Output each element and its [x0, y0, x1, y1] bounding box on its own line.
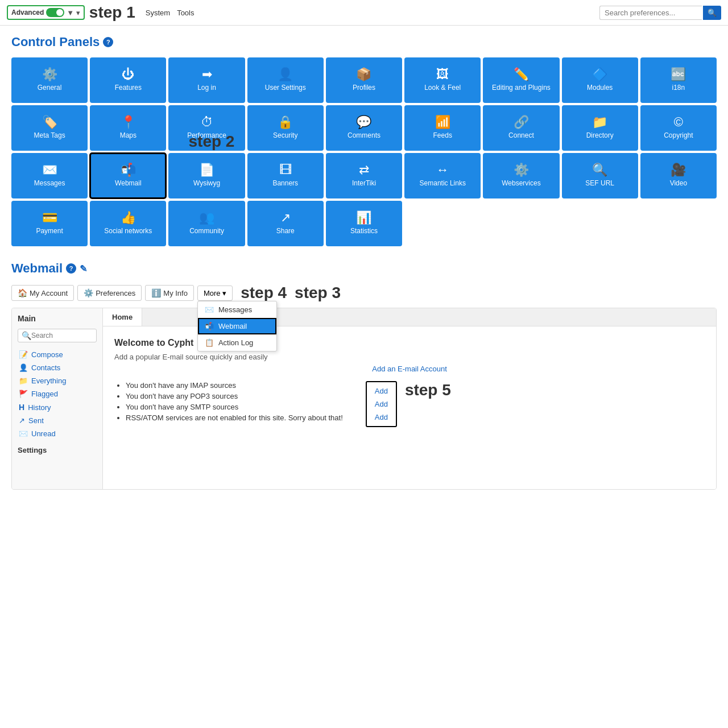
panel-tile-comments[interactable]: 💬 Comments — [326, 105, 402, 151]
search-input[interactable] — [599, 6, 702, 20]
tile-icon-payment: 💳 — [42, 212, 57, 224]
sidebar-search-input[interactable] — [31, 332, 93, 340]
webmail-content: Welcome to Cypht Add a popular E-mail so… — [103, 326, 716, 439]
tile-label-i18n: i18n — [672, 84, 685, 92]
webmail-edit-icon[interactable]: ✎ — [80, 263, 87, 274]
tile-label-user-settings: User Settings — [265, 84, 306, 92]
panel-tile-sef-url[interactable]: 🔍 SEF URL — [562, 153, 638, 198]
add-imap-btn[interactable]: Add — [373, 386, 390, 396]
list-item-smtp: You don't have any SMTP sources — [126, 403, 343, 411]
panel-tile-look-feel[interactable]: 🖼 Look & Feel — [404, 57, 481, 103]
tile-label-messages: Messages — [34, 179, 65, 187]
panel-tile-maps[interactable]: 📍 Maps — [90, 105, 166, 151]
panel-tile-community[interactable]: 👥 Community — [168, 201, 245, 246]
tile-icon-feeds: 📶 — [435, 116, 450, 129]
panel-tile-user-settings[interactable]: 👤 User Settings — [247, 57, 324, 103]
tile-label-social-networks: Social networks — [104, 227, 152, 235]
panel-tile-i18n[interactable]: 🔤 i18n — [640, 57, 717, 103]
panel-tile-directory[interactable]: 📁 Directory — [562, 105, 638, 151]
tile-icon-community: 👥 — [199, 212, 214, 224]
sidebar-sent[interactable]: ↗ Sent — [18, 414, 97, 427]
panel-tile-general[interactable]: ⚙️ General — [11, 57, 88, 103]
more-dropdown-container: More ▾ ✉️ Messages 📬 Webmail 📋 Action Lo… — [197, 286, 233, 301]
navbar: Advanced ▼ ▾ step 1 System Tools 🔍 — [0, 0, 728, 26]
advanced-label: Advanced — [11, 9, 44, 16]
panel-tile-modules[interactable]: 🔷 Modules — [562, 57, 638, 103]
tile-icon-banners: 🎞 — [279, 164, 292, 176]
panel-tile-login[interactable]: ➡ Log in — [168, 57, 245, 103]
folder-icon: 📁 — [19, 377, 28, 385]
tile-icon-general: ⚙️ — [42, 68, 57, 81]
my-account-btn[interactable]: 🏠 My Account — [11, 285, 74, 301]
panel-tile-banners[interactable]: 🎞 Banners — [247, 153, 324, 198]
panel-tile-profiles[interactable]: 📦 Profiles — [326, 57, 402, 103]
dropdown-webmail[interactable]: 📬 Webmail — [198, 318, 276, 334]
panel-tile-performance[interactable]: ⏱ Performance — [168, 105, 245, 151]
panel-tile-statistics[interactable]: 📊 Statistics — [326, 201, 402, 246]
nav-tools[interactable]: Tools — [177, 9, 194, 17]
panel-tile-meta-tags[interactable]: 🏷️ Meta Tags — [11, 105, 88, 151]
my-info-btn[interactable]: ℹ️ My Info — [145, 285, 194, 301]
step4-label: step 4 — [241, 284, 287, 302]
tab-home[interactable]: Home — [103, 308, 142, 326]
add-email-link[interactable]: Add an E-mail Account — [114, 365, 705, 373]
advanced-toggle-container[interactable]: Advanced ▼ ▾ — [7, 5, 85, 20]
toggle-switch[interactable] — [46, 8, 64, 17]
tile-icon-performance: ⏱ — [201, 116, 213, 129]
panel-tile-copyright[interactable]: ©️ Copyright — [640, 105, 717, 151]
sidebar-contacts[interactable]: 👤 Contacts — [18, 361, 97, 374]
tile-label-maps: Maps — [120, 131, 136, 139]
step1-label: step 1 — [89, 3, 135, 22]
search-button[interactable]: 🔍 — [703, 6, 721, 20]
panel-tile-messages[interactable]: ✉️ Messages — [11, 153, 88, 198]
panel-tile-feeds[interactable]: 📶 Feeds — [404, 105, 481, 151]
list-item-rss: RSS/ATOM services are not enabled for th… — [126, 413, 343, 422]
dropdown-action-log[interactable]: 📋 Action Log — [198, 334, 276, 351]
tile-label-look-feel: Look & Feel — [424, 84, 461, 92]
panel-tile-security[interactable]: 🔒 Security — [247, 105, 324, 151]
panel-tile-payment[interactable]: 💳 Payment — [11, 201, 88, 246]
panel-tile-features[interactable]: ⏻ Features — [90, 57, 166, 103]
tile-label-webservices: Webservices — [502, 179, 540, 187]
add-pop3-btn[interactable]: Add — [373, 399, 390, 410]
tile-label-community: Community — [189, 227, 224, 235]
control-panels-section: Control Panels ? ⚙️ General ⏻ Features ➡… — [0, 26, 728, 255]
sidebar-everything[interactable]: 📁 Everything — [18, 374, 97, 387]
more-button[interactable]: More ▾ — [197, 286, 233, 301]
welcome-desc: Add a popular E-mail source quickly and … — [114, 353, 705, 361]
nav-system[interactable]: System — [146, 9, 170, 17]
webmail-layout: Main 🔍 📝 Compose 👤 Contacts 📁 Everything — [11, 308, 717, 490]
webmail-icon: 📬 — [205, 322, 214, 330]
dropdown-messages[interactable]: ✉️ Messages — [198, 301, 276, 318]
sidebar-flagged[interactable]: 🚩 Flagged — [18, 387, 97, 400]
panel-tile-connect[interactable]: 🔗 Connect — [483, 105, 559, 151]
panel-tile-social-networks[interactable]: 👍 Social networks — [90, 201, 166, 246]
panel-tile-video[interactable]: 🎥 Video — [640, 153, 717, 198]
sidebar-unread[interactable]: ✉️ Unread — [18, 427, 97, 440]
preferences-btn[interactable]: ⚙️ Preferences — [77, 285, 142, 301]
info-icon: ℹ️ — [151, 288, 161, 297]
panel-tile-wysiwyg[interactable]: 📄 Wysiwyg — [168, 153, 245, 198]
sidebar-compose[interactable]: 📝 Compose — [18, 348, 97, 361]
tile-icon-copyright: ©️ — [674, 116, 683, 129]
panel-tile-semantic-links[interactable]: ↔ Semantic Links — [404, 153, 481, 198]
panel-tile-editing-plugins[interactable]: ✏️ Editing and Plugins — [483, 57, 559, 103]
tile-icon-sef-url: 🔍 — [592, 164, 607, 176]
sidebar-history[interactable]: H History — [18, 400, 97, 414]
tile-icon-intertiki: ⇄ — [359, 164, 369, 176]
panel-tile-share[interactable]: ↗ Share — [247, 201, 324, 246]
webmail-sidebar: Main 🔍 📝 Compose 👤 Contacts 📁 Everything — [12, 308, 103, 489]
add-buttons-box: Add Add Add — [366, 381, 397, 427]
unread-icon: ✉️ — [19, 429, 28, 438]
tile-label-feeds: Feeds — [433, 131, 452, 139]
add-smtp-btn[interactable]: Add — [373, 412, 390, 423]
panel-tile-webservices[interactable]: ⚙️ Webservices — [483, 153, 559, 198]
panel-tile-webmail[interactable]: 📬 Webmail step 2 — [90, 153, 166, 198]
panel-tile-intertiki[interactable]: ⇄ InterTiki — [326, 153, 402, 198]
webmail-section: Webmail ? ✎ 🏠 My Account ⚙️ Preferences … — [0, 255, 728, 490]
webmail-help-icon[interactable]: ? — [66, 263, 76, 274]
contacts-icon: 👤 — [19, 363, 28, 372]
panel-grid: ⚙️ General ⏻ Features ➡ Log in 👤 User Se… — [11, 57, 717, 246]
help-icon[interactable]: ? — [103, 37, 113, 47]
tile-label-meta-tags: Meta Tags — [34, 131, 65, 139]
